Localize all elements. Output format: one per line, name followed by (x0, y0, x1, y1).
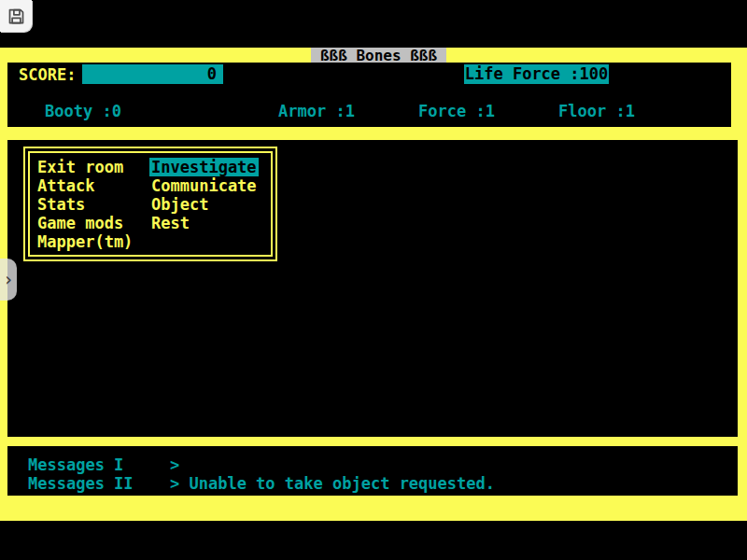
menu-item-attack[interactable]: Attack (37, 176, 94, 195)
menu-item-game-mods[interactable]: Game mods (37, 214, 123, 232)
action-menu-column-left: Exit room Attack Stats Game mods Mapper(… (37, 158, 133, 251)
message-channel-label: Messages II (28, 474, 134, 493)
menu-item-stats[interactable]: Stats (37, 195, 85, 214)
game-screen: ßßß Bones ßßß SCORE: 0 Life Force :100 B… (0, 48, 747, 521)
game-title: ßßß Bones ßßß (311, 48, 446, 63)
life-force-badge: Life Force :100 (464, 64, 609, 84)
score-value: 0 (207, 64, 217, 83)
menu-item-rest[interactable]: Rest (151, 214, 190, 232)
messages-panel: Messages I > Messages II > Unable to tak… (7, 446, 738, 496)
menu-item-communicate[interactable]: Communicate (151, 176, 257, 195)
menu-item-investigate[interactable]: Investigate (149, 158, 259, 176)
stat-armor: Armor :1 (278, 102, 355, 121)
score-label: SCORE: (19, 65, 76, 85)
menu-item-mapper[interactable]: Mapper(tm) (37, 232, 133, 251)
save-state-button[interactable] (0, 0, 32, 32)
action-menu-border: Exit room Attack Stats Game mods Mapper(… (28, 151, 273, 257)
stat-booty: Booty :0 (45, 102, 121, 121)
sidebar-toggle-button[interactable]: › (0, 259, 17, 301)
score-bar: 0 (82, 64, 223, 84)
game-view-panel: Exit room Attack Stats Game mods Mapper(… (7, 140, 738, 437)
chevron-right-icon: › (3, 271, 13, 288)
message-row: Messages II > Unable to take object requ… (7, 474, 738, 493)
action-menu-column-right: Investigate Communicate Object Rest (151, 158, 259, 232)
menu-item-object[interactable]: Object (151, 195, 208, 214)
action-menu: Exit room Attack Stats Game mods Mapper(… (23, 147, 277, 261)
stat-floor: Floor :1 (558, 102, 635, 121)
stats-panel: SCORE: 0 Life Force :100 Booty :0 Armor … (7, 63, 731, 127)
message-text: > (170, 455, 179, 474)
menu-item-exit-room[interactable]: Exit room (37, 158, 123, 176)
stat-force: Force :1 (418, 102, 495, 121)
message-text: > Unable to take object requested. (170, 474, 495, 493)
message-channel-label: Messages I (28, 455, 123, 474)
floppy-disk-icon (7, 7, 26, 26)
message-row: Messages I > (7, 455, 738, 474)
